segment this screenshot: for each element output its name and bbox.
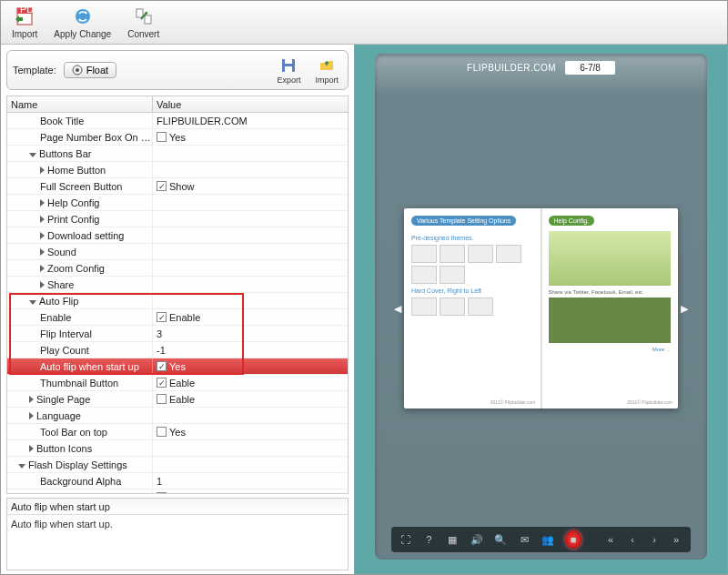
expand-right-icon[interactable] bbox=[40, 166, 45, 174]
row-value[interactable]: -1 bbox=[157, 342, 166, 358]
prev-icon[interactable]: ‹ bbox=[625, 532, 640, 547]
row-value[interactable]: Eable bbox=[169, 391, 195, 408]
expand-right-icon[interactable] bbox=[29, 412, 34, 419]
tree-row[interactable]: Home Button bbox=[7, 162, 348, 178]
col-name[interactable]: Name bbox=[7, 96, 153, 112]
row-value[interactable]: Eable bbox=[169, 375, 195, 391]
tree-row[interactable]: Auto Flip bbox=[7, 293, 348, 309]
last-page-icon[interactable]: » bbox=[669, 532, 683, 547]
expand-right-icon[interactable] bbox=[29, 396, 34, 403]
tree-row[interactable]: Single PageEable bbox=[7, 391, 348, 408]
template-bar: Template: Float Export Import bbox=[6, 50, 349, 90]
tree-row[interactable]: Auto flip when start upYes bbox=[7, 358, 348, 375]
tree-row[interactable]: Sound bbox=[7, 244, 348, 260]
share-icon[interactable]: 👥 bbox=[541, 532, 554, 547]
checkbox[interactable] bbox=[157, 492, 167, 493]
expand-right-icon[interactable] bbox=[29, 445, 34, 452]
tree-row[interactable]: Flip Interval3 bbox=[7, 326, 348, 342]
row-name: Share bbox=[47, 279, 74, 290]
checkbox[interactable] bbox=[157, 378, 167, 388]
tree-row[interactable]: Page Number Box On B...Yes bbox=[7, 129, 348, 146]
left-footer: 2011© Flipbuilder.com bbox=[490, 399, 536, 405]
tree-row[interactable]: EnableEnable bbox=[7, 309, 348, 326]
template-label: Template: bbox=[13, 65, 56, 76]
tree-row[interactable]: Play Count-1 bbox=[7, 342, 348, 358]
tree-row[interactable]: Thumbnail ButtonEable bbox=[7, 375, 348, 391]
export-button[interactable]: Export bbox=[273, 56, 304, 85]
row-value[interactable]: Show bbox=[169, 178, 195, 195]
checkbox[interactable] bbox=[157, 132, 167, 142]
tree-row[interactable]: Language bbox=[7, 408, 348, 424]
col-value[interactable]: Value bbox=[153, 96, 348, 112]
import-label: Import bbox=[12, 29, 37, 39]
tree-row[interactable]: Book TitleFLIPBUILDER.COM bbox=[7, 113, 348, 129]
row-value[interactable]: FLIPBUILDER.COM bbox=[157, 113, 248, 129]
row-name: Thumbnail Button bbox=[40, 378, 118, 388]
import-button[interactable]: PDF Import bbox=[8, 4, 41, 41]
email-icon[interactable]: ✉ bbox=[518, 532, 531, 547]
template-selector[interactable]: Float bbox=[64, 62, 116, 78]
tree-row[interactable]: Tool Bar on topYes bbox=[7, 424, 348, 440]
expand-down-icon[interactable] bbox=[18, 464, 25, 469]
right-page: Help Config. Share via Twitter, Facebook… bbox=[541, 208, 679, 409]
tree-row[interactable]: Buttons Bar bbox=[7, 146, 348, 162]
row-name: Auto flip when start up bbox=[40, 361, 139, 372]
checkbox[interactable] bbox=[157, 181, 167, 191]
row-name: Tool Bar on top bbox=[40, 427, 107, 438]
template-import-button[interactable]: Import bbox=[311, 56, 342, 85]
expand-right-icon[interactable] bbox=[40, 232, 45, 239]
expand-down-icon[interactable] bbox=[29, 300, 36, 305]
tree-body[interactable]: Book TitleFLIPBUILDER.COMPage Number Box… bbox=[7, 113, 348, 493]
prev-page-arrow[interactable]: ◀ bbox=[391, 299, 404, 318]
tree-row[interactable]: Print Config bbox=[7, 211, 348, 227]
flipbook[interactable]: Various Template Setting Options Pre-des… bbox=[404, 208, 678, 409]
page-indicator[interactable]: 6-7/8 bbox=[565, 61, 615, 75]
apply-change-button[interactable]: Apply Change bbox=[50, 4, 115, 41]
row-value[interactable]: Yes bbox=[169, 129, 186, 146]
row-name: Retain the book to center bbox=[40, 492, 152, 493]
row-name: Help Config bbox=[47, 197, 99, 208]
expand-right-icon[interactable] bbox=[40, 199, 45, 207]
tree-row[interactable]: Download setting bbox=[7, 227, 348, 244]
zoom-icon[interactable]: 🔍 bbox=[494, 532, 507, 547]
convert-button[interactable]: Convert bbox=[124, 4, 163, 41]
expand-right-icon[interactable] bbox=[40, 281, 45, 288]
tree-row[interactable]: Flash Display Settings bbox=[7, 457, 348, 473]
next-page-arrow[interactable]: ▶ bbox=[678, 299, 691, 318]
svg-rect-4 bbox=[136, 9, 143, 17]
row-value[interactable]: 3 bbox=[157, 326, 162, 342]
checkbox[interactable] bbox=[157, 361, 167, 371]
expand-right-icon[interactable] bbox=[40, 248, 45, 256]
expand-right-icon[interactable] bbox=[40, 216, 45, 223]
help-icon[interactable]: ? bbox=[422, 532, 435, 547]
expand-right-icon[interactable] bbox=[40, 265, 45, 272]
row-value[interactable]: Enable bbox=[169, 309, 200, 326]
row-value[interactable]: 1 bbox=[157, 473, 162, 489]
tree-row[interactable]: Retain the book to centerMove bbox=[7, 489, 348, 493]
autoflip-stop-icon[interactable]: ■ bbox=[565, 530, 581, 549]
tree-header: Name Value bbox=[7, 96, 348, 113]
tree-row[interactable]: Background Alpha1 bbox=[7, 473, 348, 489]
row-name: Button Icons bbox=[36, 443, 92, 454]
row-value[interactable]: Yes bbox=[169, 358, 186, 375]
tree-row[interactable]: Help Config bbox=[7, 195, 348, 211]
row-value[interactable]: Yes bbox=[169, 424, 186, 440]
thumbnails-icon[interactable]: ▦ bbox=[446, 532, 459, 547]
left-sub2: Hard Cover, Right to Left bbox=[411, 288, 534, 294]
tree-row[interactable]: Zoom Config bbox=[7, 260, 348, 277]
expand-down-icon[interactable] bbox=[29, 153, 36, 157]
row-name: Single Page bbox=[36, 394, 90, 405]
tree-row[interactable]: Full Screen ButtonShow bbox=[7, 178, 348, 195]
sound-icon[interactable]: 🔊 bbox=[470, 532, 483, 547]
first-page-icon[interactable]: « bbox=[603, 532, 618, 547]
checkbox[interactable] bbox=[157, 394, 167, 404]
row-value[interactable]: Move bbox=[169, 489, 194, 494]
fullscreen-icon[interactable]: ⛶ bbox=[399, 532, 411, 547]
tree-row[interactable]: Share bbox=[7, 277, 348, 293]
next-icon[interactable]: › bbox=[647, 532, 662, 547]
row-name: Page Number Box On B... bbox=[40, 132, 153, 143]
checkbox[interactable] bbox=[157, 427, 167, 437]
checkbox[interactable] bbox=[157, 312, 167, 322]
tree-row[interactable]: Button Icons bbox=[7, 440, 348, 457]
row-name: Zoom Config bbox=[47, 263, 105, 274]
